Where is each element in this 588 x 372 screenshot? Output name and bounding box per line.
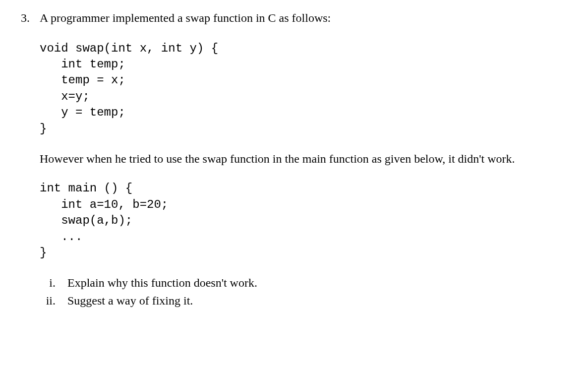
- question-container: 3. A programmer implemented a swap funct…: [15, 10, 573, 309]
- sub-text: Suggest a way of fixing it.: [67, 293, 573, 310]
- question-number: 3.: [15, 10, 30, 27]
- sub-label: ii.: [40, 293, 56, 310]
- intro-text: A programmer implemented a swap function…: [40, 10, 573, 27]
- sub-question-i: i. Explain why this function doesn't wor…: [40, 275, 573, 292]
- code-block-main: int main () { int a=10, b=20; swap(a,b);…: [40, 181, 573, 261]
- sub-question-ii: ii. Suggest a way of fixing it.: [40, 293, 573, 310]
- sub-text: Explain why this function doesn't work.: [67, 275, 573, 292]
- sub-label: i.: [40, 275, 56, 292]
- sub-questions: i. Explain why this function doesn't wor…: [40, 275, 573, 309]
- code-block-swap: void swap(int x, int y) { int temp; temp…: [40, 41, 573, 137]
- question-body: A programmer implemented a swap function…: [40, 10, 573, 309]
- middle-text: However when he tried to use the swap fu…: [40, 151, 573, 167]
